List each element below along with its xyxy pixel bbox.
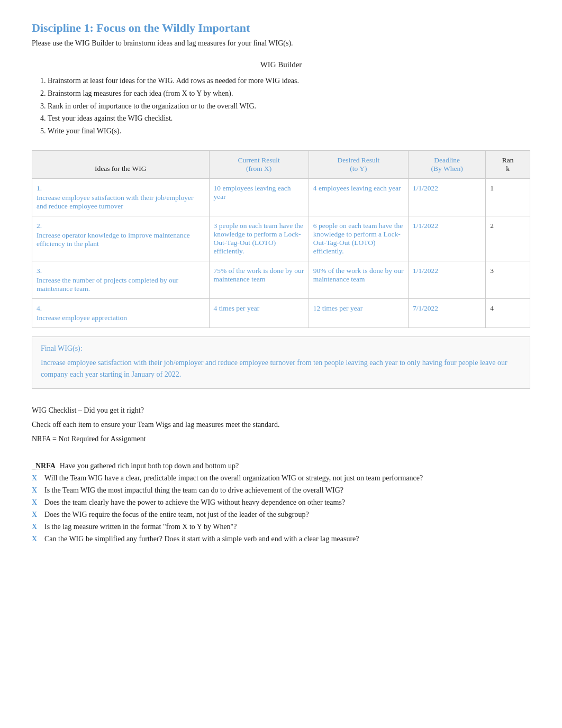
check-mark-x: X	[32, 509, 40, 520]
instruction-item: Brainstorm at least four ideas for the W…	[48, 75, 530, 87]
deadline-cell: 1/1/2022	[408, 216, 485, 261]
deadline-cell: 7/1/2022	[408, 298, 485, 327]
check-mark-x: X	[32, 533, 40, 544]
final-wigs-box: Final WIG(s): Increase employee satisfac…	[32, 336, 530, 389]
check-item-text: Is the lag measure written in the format…	[44, 521, 530, 532]
page-title: Discipline 1: Focus on the Wildly Import…	[32, 21, 530, 35]
idea-number: 2.	[37, 222, 205, 230]
instruction-item: Rank in order of importance to the organ…	[48, 100, 530, 113]
instruction-item: Brainstorm lag measures for each idea (f…	[48, 87, 530, 100]
check-item-text: Does the WIG require the focus of the en…	[44, 509, 530, 520]
checklist-item: _NRFA Have you gathered rich input both …	[32, 460, 530, 471]
idea-text: Increase the number of projects complete…	[37, 276, 178, 293]
checklist-item: X Will the Team WIG have a clear, predic…	[32, 472, 530, 484]
rank-cell: 1	[486, 178, 530, 216]
check-mark-nrfa: _NRFA	[32, 460, 56, 471]
check-mark-x: X	[32, 521, 40, 532]
desired-result-cell: 90% of the work is done by our maintenan…	[309, 261, 408, 298]
table-header-idea: Ideas for the WIG	[32, 150, 210, 178]
table-header-desired: Desired Result(to Y)	[309, 150, 408, 178]
page-subtitle: Please use the WIG Builder to brainstorm…	[32, 39, 530, 48]
instruction-item: Write your final WIG(s).	[48, 125, 530, 138]
idea-cell: 2. Increase operator knowledge to improv…	[32, 216, 210, 261]
idea-text: Increase operator knowledge to improve m…	[37, 231, 190, 248]
idea-number: 4.	[37, 304, 205, 313]
check-item-text: Can the WIG be simplified any further? D…	[44, 533, 530, 544]
desired-result-cell: 12 times per year	[309, 298, 408, 327]
idea-number: 3.	[37, 267, 205, 275]
instruction-item: Test your ideas against the WIG checklis…	[48, 112, 530, 125]
current-result-cell: 10 employees leaving each year	[209, 178, 309, 216]
check-item-text: Will the Team WIG have a clear, predicta…	[44, 472, 530, 484]
table-row: 3. Increase the number of projects compl…	[32, 261, 530, 298]
checklist-item: X Is the Team WIG the most impactful thi…	[32, 485, 530, 496]
final-wigs-text: Increase employee satisfaction with thei…	[41, 357, 521, 381]
idea-cell: 4. Increase employee appreciation	[32, 298, 210, 327]
idea-text: Increase employee satisfaction with thei…	[37, 194, 194, 210]
instructions-list: Brainstorm at least four ideas for the W…	[32, 75, 530, 138]
idea-text: Increase employee appreciation	[37, 314, 127, 322]
checklist-item: X Is the lag measure written in the form…	[32, 521, 530, 532]
table-header-rank: Rank	[486, 150, 530, 178]
idea-cell: 3. Increase the number of projects compl…	[32, 261, 210, 298]
wig-table: Ideas for the WIG Current Result(from X)…	[32, 150, 530, 328]
table-row: 4. Increase employee appreciation 4 time…	[32, 298, 530, 327]
idea-number: 1.	[37, 184, 205, 193]
current-result-cell: 75% of the work is done by our maintenan…	[209, 261, 309, 298]
checklist-item: X Does the team clearly have the power t…	[32, 497, 530, 508]
checklist-item: X Can the WIG be simplified any further?…	[32, 533, 530, 544]
current-result-cell: 4 times per year	[209, 298, 309, 327]
check-mark-x: X	[32, 485, 40, 496]
deadline-cell: 1/1/2022	[408, 178, 485, 216]
check-item-text: Have you gathered rich input both top do…	[60, 460, 530, 471]
check-item-text: Does the team clearly have the power to …	[44, 497, 530, 508]
table-row: 2. Increase operator knowledge to improv…	[32, 216, 530, 261]
check-mark-x: X	[32, 497, 40, 508]
desired-result-cell: 6 people on each team have the knowledge…	[309, 216, 408, 261]
deadline-cell: 1/1/2022	[408, 261, 485, 298]
table-row: 1. Increase employee satisfaction with t…	[32, 178, 530, 216]
checklist-description: Check off each item to ensure your Team …	[32, 418, 530, 431]
desired-result-cell: 4 employees leaving each year	[309, 178, 408, 216]
table-header-current: Current Result(from X)	[209, 150, 309, 178]
table-header-deadline: Deadline(By When)	[408, 150, 485, 178]
rank-cell: 2	[486, 216, 530, 261]
idea-cell: 1. Increase employee satisfaction with t…	[32, 178, 210, 216]
rank-cell: 3	[486, 261, 530, 298]
checklist-section: WIG Checklist – Did you get it right? Ch…	[32, 404, 530, 544]
check-mark-x: X	[32, 472, 40, 484]
current-result-cell: 3 people on each team have the knowledge…	[209, 216, 309, 261]
final-wigs-label: Final WIG(s):	[41, 344, 521, 353]
checklist-title: WIG Checklist – Did you get it right?	[32, 404, 530, 417]
wig-builder-title: WIG Builder	[32, 60, 530, 69]
check-item-text: Is the Team WIG the most impactful thing…	[44, 485, 530, 496]
nrfa-definition: NRFA = Not Required for Assignment	[32, 432, 530, 445]
rank-cell: 4	[486, 298, 530, 327]
checklist-item: X Does the WIG require the focus of the …	[32, 509, 530, 520]
